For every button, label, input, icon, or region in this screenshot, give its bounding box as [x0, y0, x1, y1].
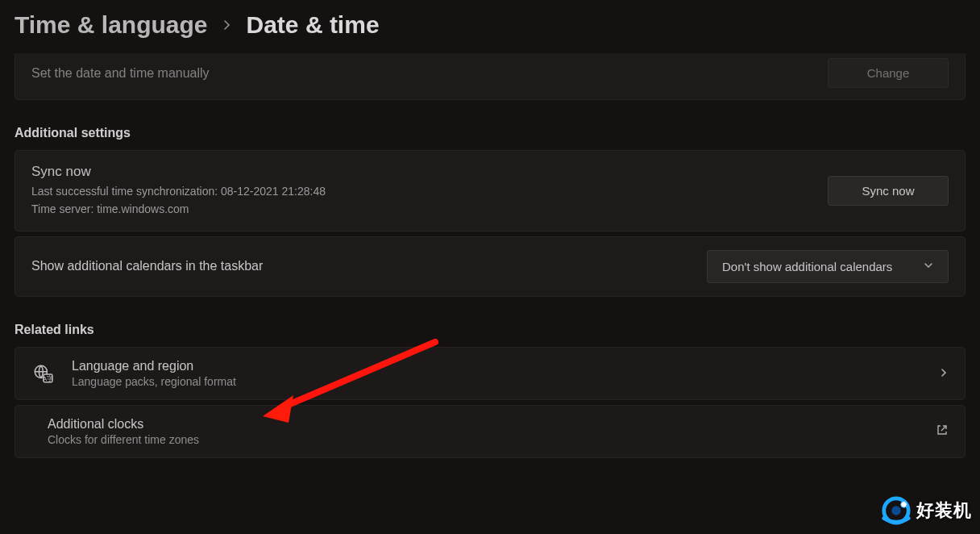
additional-clocks-title: Additional clocks	[48, 417, 918, 432]
watermark: 好装机	[881, 495, 972, 526]
additional-calendars-label: Show additional calendars in the taskbar	[31, 259, 263, 273]
svg-text:A字: A字	[43, 374, 53, 382]
language-region-sub: Language packs, regional format	[72, 375, 921, 388]
breadcrumb: Time & language Date & time	[0, 0, 980, 53]
breadcrumb-parent[interactable]: Time & language	[15, 11, 208, 39]
globe-language-icon: A字	[31, 362, 54, 385]
breadcrumb-current: Date & time	[247, 11, 380, 39]
language-and-region-link[interactable]: A字 Language and region Language packs, r…	[15, 347, 965, 400]
chevron-down-icon	[924, 261, 933, 273]
watermark-icon	[881, 495, 911, 526]
open-external-icon	[936, 423, 949, 439]
sync-now-row: Sync now Last successful time synchroniz…	[15, 150, 965, 232]
additional-calendars-row: Show additional calendars in the taskbar…	[15, 236, 965, 297]
settings-content: Set the date and time manually Change Ad…	[0, 53, 980, 458]
sync-now-button[interactable]: Sync now	[828, 176, 949, 206]
additional-calendars-value: Don't show additional calendars	[722, 260, 892, 273]
section-additional-settings: Additional settings	[15, 126, 965, 140]
svg-point-6	[901, 502, 907, 508]
additional-calendars-select[interactable]: Don't show additional calendars	[707, 250, 949, 283]
chevron-right-icon	[222, 20, 232, 30]
sync-time-server: Time server: time.windows.com	[31, 201, 326, 217]
set-manually-label: Set the date and time manually	[31, 66, 210, 81]
sync-now-title: Sync now	[31, 164, 326, 180]
change-button[interactable]: Change	[828, 58, 949, 88]
sync-last-success: Last successful time synchronization: 08…	[31, 183, 326, 199]
watermark-text: 好装机	[916, 499, 972, 523]
set-date-time-manually-row: Set the date and time manually Change	[15, 53, 965, 100]
language-region-title: Language and region	[72, 359, 921, 373]
additional-clocks-sub: Clocks for different time zones	[48, 433, 918, 446]
section-related-links: Related links	[15, 323, 965, 337]
chevron-right-icon	[939, 367, 949, 380]
additional-clocks-link[interactable]: Additional clocks Clocks for different t…	[15, 405, 965, 458]
svg-point-5	[891, 506, 900, 515]
